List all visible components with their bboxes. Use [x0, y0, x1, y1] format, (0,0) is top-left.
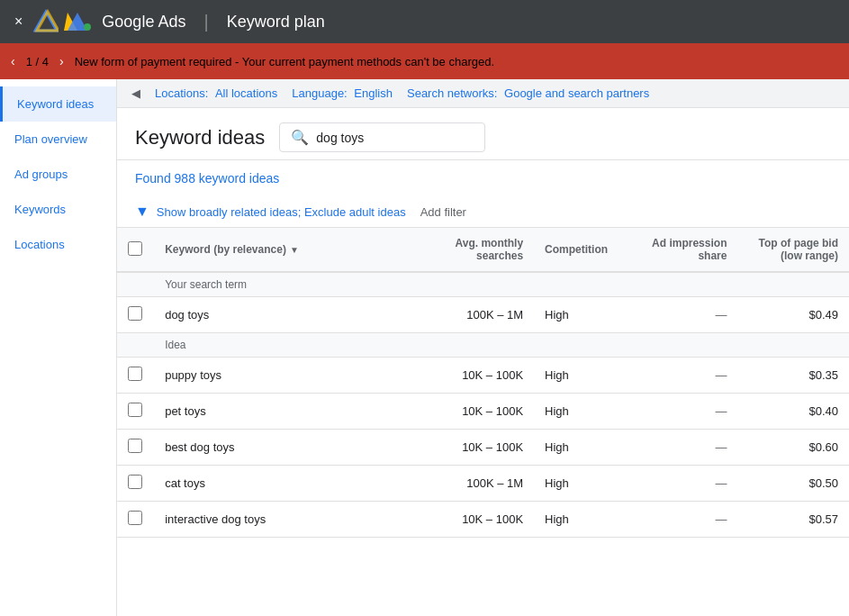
row-checkbox-cell	[117, 502, 154, 538]
row-bid: $0.57	[737, 502, 849, 538]
header-competition: Competition	[534, 228, 627, 273]
google-logo-multi	[64, 11, 91, 32]
sidebar-item-keyword-ideas[interactable]: Keyword ideas	[0, 86, 116, 122]
row-competition: High	[534, 297, 627, 333]
search-box[interactable]: 🔍	[279, 122, 485, 152]
nav-counter: 1 / 4	[26, 55, 49, 68]
row-checkbox[interactable]	[128, 306, 142, 321]
row-keyword: pet toys	[154, 394, 413, 430]
language-value[interactable]: English	[354, 86, 393, 100]
header-searches: Avg. monthly searches	[413, 228, 534, 273]
row-searches: 10K – 100K	[413, 394, 534, 430]
collapse-button[interactable]: ◀	[131, 86, 140, 100]
row-competition: High	[534, 502, 627, 538]
header-divider: |	[203, 12, 208, 32]
table-header-row: Keyword (by relevance) ▼ Avg. monthly se…	[117, 228, 849, 273]
search-input[interactable]	[316, 131, 474, 145]
row-impression-share: —	[627, 297, 737, 333]
row-checkbox-cell	[117, 430, 154, 466]
filter-link[interactable]: Show broadly related ideas; Exclude adul…	[157, 205, 406, 219]
row-searches: 10K – 100K	[413, 358, 534, 394]
nav-prev-button[interactable]: ‹	[11, 54, 15, 68]
sidebar-item-keywords[interactable]: Keywords	[0, 192, 116, 227]
table-row: best dog toys 10K – 100K High — $0.60	[117, 430, 849, 466]
filter-bar: ◀ Locations: All locations Language: Eng…	[117, 79, 849, 108]
header-impression-share: Ad impression share	[627, 228, 737, 273]
row-bid: $0.60	[737, 430, 849, 466]
row-competition: High	[534, 394, 627, 430]
row-bid: $0.35	[737, 358, 849, 394]
table-section-row: Idea	[117, 333, 849, 358]
content-area: ◀ Locations: All locations Language: Eng…	[117, 79, 849, 616]
row-keyword: best dog toys	[154, 430, 413, 466]
sidebar-item-ad-groups[interactable]: Ad groups	[0, 157, 116, 192]
row-checkbox[interactable]	[128, 475, 142, 489]
row-keyword: puppy toys	[154, 358, 413, 394]
row-checkbox[interactable]	[128, 511, 142, 525]
row-competition: High	[534, 430, 627, 466]
filter-funnel-icon: ▼	[135, 204, 149, 220]
row-keyword: interactive dog toys	[154, 502, 413, 538]
header-keyword: Keyword (by relevance) ▼	[154, 228, 413, 273]
table-row: interactive dog toys 10K – 100K High — $…	[117, 502, 849, 538]
top-header: × Google Ads | Keyword plan	[0, 0, 849, 43]
header-top-bid: Top of page bid (low range)	[737, 228, 849, 273]
row-searches: 100K – 1M	[413, 297, 534, 333]
row-impression-share: —	[627, 466, 737, 502]
table-row: pet toys 10K – 100K High — $0.40	[117, 394, 849, 430]
sidebar: Keyword ideas Plan overview Ad groups Ke…	[0, 79, 117, 616]
search-icon: 🔍	[291, 129, 309, 146]
locations-filter: Locations: All locations	[155, 86, 277, 100]
row-checkbox[interactable]	[128, 367, 142, 381]
row-checkbox-cell	[117, 297, 154, 333]
row-keyword: dog toys	[154, 297, 413, 333]
row-bid: $0.49	[737, 297, 849, 333]
table-section-row: Your search term	[117, 272, 849, 297]
svg-point-4	[84, 23, 91, 31]
row-checkbox-cell	[117, 394, 154, 430]
row-impression-share: —	[627, 430, 737, 466]
row-impression-share: —	[627, 358, 737, 394]
row-impression-share: —	[627, 502, 737, 538]
row-searches: 10K – 100K	[413, 502, 534, 538]
notification-bar: ‹ 1 / 4 › New form of payment required -…	[0, 43, 849, 79]
sort-icon: ▼	[290, 245, 299, 255]
row-impression-share: —	[627, 394, 737, 430]
close-icon[interactable]: ×	[14, 14, 23, 30]
google-ads-logo	[33, 9, 59, 34]
notification-message: New form of payment required - Your curr…	[75, 55, 494, 68]
page-title: Keyword ideas	[135, 126, 265, 149]
language-filter: Language: English	[292, 86, 393, 100]
row-checkbox-cell	[117, 358, 154, 394]
sidebar-item-locations[interactable]: Locations	[0, 227, 116, 262]
row-bid: $0.50	[737, 466, 849, 502]
sidebar-item-plan-overview[interactable]: Plan overview	[0, 122, 116, 157]
networks-value[interactable]: Google and search partners	[504, 86, 649, 100]
plan-title: Keyword plan	[227, 13, 325, 32]
row-searches: 100K – 1M	[413, 466, 534, 502]
logo-container	[33, 9, 91, 34]
locations-value[interactable]: All locations	[215, 86, 277, 100]
nav-next-button[interactable]: ›	[59, 54, 64, 68]
row-searches: 10K – 100K	[413, 430, 534, 466]
main-layout: Keyword ideas Plan overview Ad groups Ke…	[0, 79, 849, 616]
found-count: Found 988 keyword ideas	[117, 160, 849, 196]
row-checkbox[interactable]	[128, 439, 142, 453]
row-checkbox-cell	[117, 466, 154, 502]
header-checkbox-col	[117, 228, 154, 273]
row-competition: High	[534, 358, 627, 394]
table-row: dog toys 100K – 1M High — $0.49	[117, 297, 849, 333]
app-name: Google Ads	[102, 13, 185, 32]
row-competition: High	[534, 466, 627, 502]
table-row: cat toys 100K – 1M High — $0.50	[117, 466, 849, 502]
keyword-ideas-header: Keyword ideas 🔍	[117, 108, 849, 160]
row-checkbox[interactable]	[128, 403, 142, 417]
filter-row: ▼ Show broadly related ideas; Exclude ad…	[117, 196, 849, 227]
select-all-checkbox[interactable]	[128, 241, 142, 256]
row-keyword: cat toys	[154, 466, 413, 502]
keyword-table: Keyword (by relevance) ▼ Avg. monthly se…	[117, 227, 849, 538]
networks-filter: Search networks: Google and search partn…	[407, 86, 649, 100]
add-filter-button[interactable]: Add filter	[420, 205, 466, 219]
row-bid: $0.40	[737, 394, 849, 430]
table-row: puppy toys 10K – 100K High — $0.35	[117, 358, 849, 394]
